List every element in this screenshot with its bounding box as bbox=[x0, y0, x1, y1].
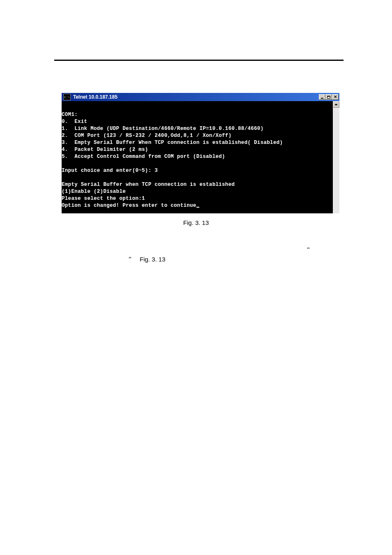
console-line: Empty Serial Buffer when TCP connection … bbox=[62, 182, 235, 187]
console-line: 0. Exit bbox=[62, 119, 87, 125]
telnet-window: C:\ Telnet 10.0.187.185 ✕ COM1: 0. Exit … bbox=[62, 93, 339, 213]
console-line: Option is changed! Press enter to contin… bbox=[62, 203, 196, 208]
console-output[interactable]: COM1: 0. Exit 1. Link Mode (UDP Destinat… bbox=[62, 101, 333, 213]
console-line: 5. Accept Control Command from COM port … bbox=[62, 154, 225, 160]
maximize-button[interactable] bbox=[325, 94, 332, 100]
console-line: COM1: bbox=[62, 112, 78, 118]
header-rule bbox=[54, 60, 344, 61]
window-controls: ✕ bbox=[319, 94, 339, 101]
figure-caption-2: Fig. 3. 13 bbox=[140, 256, 392, 263]
console-line: Please select the option:1 bbox=[62, 196, 145, 201]
close-button[interactable]: ✕ bbox=[332, 94, 339, 100]
figure-caption-1: Fig. 3. 13 bbox=[0, 219, 392, 226]
arrow-up-icon bbox=[334, 104, 338, 105]
window-title: Telnet 10.0.187.185 bbox=[72, 94, 319, 100]
cmd-icon: C:\ bbox=[63, 94, 71, 100]
window-titlebar[interactable]: C:\ Telnet 10.0.187.185 ✕ bbox=[62, 93, 339, 101]
scroll-up-button[interactable] bbox=[333, 101, 339, 108]
console-line: Input choice and enter(0~5): 3 bbox=[62, 168, 158, 173]
document-page: C:\ Telnet 10.0.187.185 ✕ COM1: 0. Exit … bbox=[0, 60, 392, 263]
close-quote: ” bbox=[129, 256, 131, 263]
console-line: 3. Empty Serial Buffer When TCP connecti… bbox=[62, 140, 283, 146]
minimize-button[interactable] bbox=[319, 94, 325, 100]
console-line: 4. Packet Delimiter (2 ms) bbox=[62, 147, 148, 153]
console-line: 1. Link Mode (UDP Destination/4660/Remot… bbox=[62, 126, 263, 132]
console-area: COM1: 0. Exit 1. Link Mode (UDP Destinat… bbox=[62, 101, 339, 213]
vertical-scrollbar[interactable] bbox=[333, 101, 339, 213]
console-line: 2. COM Port (123 / RS-232 / 2400,Odd,8,1… bbox=[62, 133, 231, 139]
open-quote: “ bbox=[307, 246, 310, 253]
text-cursor bbox=[196, 207, 199, 208]
console-line: (1)Enable (2)Disable bbox=[62, 189, 126, 194]
scroll-track[interactable] bbox=[333, 108, 339, 213]
